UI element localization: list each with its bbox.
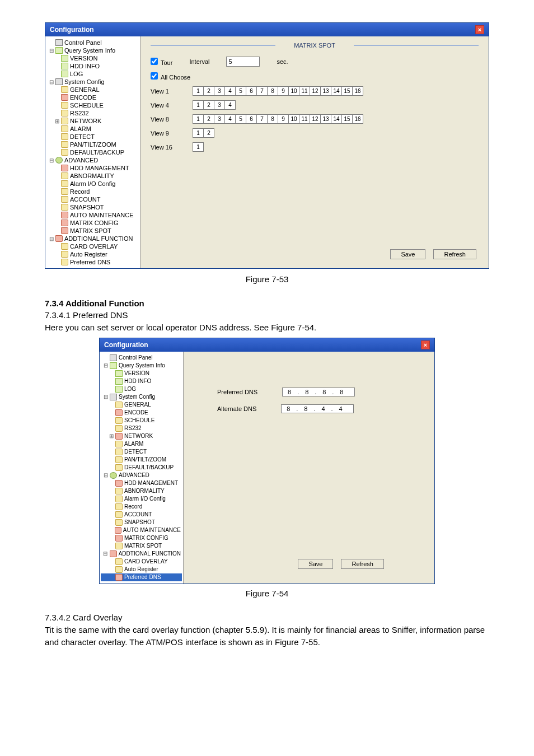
channel-box[interactable]: 12 [310, 86, 321, 96]
tree-item[interactable]: ⊟System Config [46, 78, 139, 86]
expand-icon[interactable]: ⊞ [109, 433, 114, 439]
refresh-button[interactable]: Refresh [433, 249, 476, 259]
tree-item[interactable]: LOG [46, 70, 139, 78]
tree-item[interactable]: Control Panel [46, 39, 139, 46]
channel-box[interactable]: 15 [341, 114, 353, 124]
tree-item[interactable]: Preferred DNS [46, 258, 139, 266]
tour-checkbox[interactable]: Tour [151, 58, 172, 66]
channel-box[interactable]: 4 [224, 86, 236, 96]
refresh-button[interactable]: Refresh [341, 559, 384, 569]
tree-item[interactable]: ⊟ADDTIONAL FUNCTION [101, 550, 182, 558]
close-icon[interactable]: × [475, 25, 484, 34]
tree-item[interactable]: ⊟Query System Info [101, 362, 182, 370]
tree-item[interactable]: ⊞NETWORK [46, 117, 139, 125]
channel-box[interactable]: 13 [320, 86, 331, 96]
channel-box[interactable]: 2 [203, 114, 214, 124]
channel-box[interactable]: 3 [214, 114, 225, 124]
tree-item[interactable]: ENCODE [46, 94, 139, 101]
channel-box[interactable]: 9 [278, 114, 289, 124]
tree-item[interactable]: ACCOUNT [101, 511, 182, 519]
tree-item[interactable]: ⊟ADDTIONAL FUNCTION [46, 235, 139, 242]
channel-box[interactable]: 12 [310, 114, 321, 124]
channel-box[interactable]: 10 [288, 114, 299, 124]
tree-item[interactable]: HDD INFO [101, 377, 182, 385]
tree-item[interactable]: ALARM [46, 125, 139, 133]
tree-item[interactable]: LOG [101, 385, 182, 393]
ip-octet[interactable]: 8 [283, 405, 293, 412]
channel-box[interactable]: 1 [193, 86, 204, 96]
tree-item[interactable]: Auto Register [101, 566, 182, 573]
save-button[interactable]: Save [298, 559, 333, 569]
tree-item[interactable]: VERSION [46, 54, 139, 62]
save-button[interactable]: Save [390, 249, 425, 259]
expand-icon[interactable]: ⊟ [49, 236, 54, 242]
ip-octet[interactable]: 8 [319, 389, 329, 395]
channel-box[interactable]: 4 [224, 114, 236, 124]
tree-item[interactable]: RS232 [46, 109, 139, 117]
close-icon[interactable]: × [421, 340, 430, 349]
tree-item[interactable]: VERSION [101, 370, 182, 377]
tree-item[interactable]: HDD INFO [46, 62, 139, 70]
channel-box[interactable]: 10 [288, 86, 299, 96]
tree-item[interactable]: ⊞NETWORK [101, 432, 182, 440]
tree-item[interactable]: RS232 [101, 424, 182, 432]
channel-box[interactable]: 15 [341, 86, 353, 96]
channel-box[interactable]: 2 [203, 86, 214, 96]
tree-item[interactable]: AUTO MAINTENANCE [46, 211, 139, 219]
channel-box[interactable]: 14 [331, 86, 342, 96]
channel-box[interactable]: 1 [193, 142, 204, 152]
expand-icon[interactable]: ⊟ [49, 48, 54, 54]
tree-item[interactable]: SCHEDULE [101, 417, 182, 424]
expand-icon[interactable]: ⊟ [49, 157, 54, 164]
channel-box[interactable]: 7 [256, 86, 268, 96]
expand-icon[interactable]: ⊟ [103, 362, 108, 368]
tree-item[interactable]: MATRIX SPOT [46, 227, 139, 235]
channel-box[interactable]: 14 [331, 114, 342, 124]
tree-item[interactable]: DEFAULT/BACKUP [101, 464, 182, 472]
tree-item[interactable]: SNAPSHOT [101, 519, 182, 526]
tree-item[interactable]: PAN/TILT/ZOOM [101, 456, 182, 464]
ip-octet[interactable]: 8 [301, 405, 311, 412]
tree-item[interactable]: ⊟System Config [101, 393, 182, 401]
tree-item[interactable]: Control Panel [101, 354, 182, 362]
tree-panel[interactable]: Control Panel⊟Query System InfoVERSIONHD… [45, 36, 140, 268]
interval-input[interactable] [226, 57, 260, 67]
tree-item[interactable]: ENCODE [101, 409, 182, 417]
ip-octet[interactable]: 8 [284, 389, 294, 395]
channel-box[interactable]: 11 [299, 86, 310, 96]
tree-item[interactable]: GENERAL [46, 86, 139, 94]
channel-box[interactable]: 5 [235, 114, 246, 124]
tree-item[interactable]: Alarm I/O Config [46, 180, 139, 188]
tree-item[interactable]: MATRIX SPOT [101, 542, 182, 550]
tree-item[interactable]: DETECT [46, 133, 139, 141]
tree-item[interactable]: Record [46, 188, 139, 195]
tree-item[interactable]: ALARM [101, 440, 182, 448]
channel-box[interactable]: 9 [278, 86, 289, 96]
tree-item[interactable]: MATRIX CONFIG [101, 534, 182, 542]
tree-item[interactable]: GENERAL [101, 401, 182, 409]
preferred-dns-input[interactable]: 8.8.8.8 [282, 388, 355, 396]
channel-box[interactable]: 8 [267, 114, 278, 124]
tree-item[interactable]: CARD OVERLAY [101, 558, 182, 566]
tree-item[interactable]: AUTO MAINTENANCE [101, 526, 182, 534]
ip-octet[interactable]: 4 [336, 405, 346, 412]
channel-box[interactable]: 2 [203, 128, 214, 138]
tree-item[interactable]: ⊟Query System Info [46, 46, 139, 54]
channel-box[interactable]: 3 [214, 86, 225, 96]
ip-octet[interactable]: 8 [302, 389, 312, 395]
expand-icon[interactable]: ⊟ [103, 472, 108, 478]
tree-item[interactable]: ⊟ADVANCED [101, 472, 182, 479]
tree-item[interactable]: DETECT [101, 448, 182, 456]
channel-box[interactable]: 4 [224, 100, 236, 110]
channel-box[interactable]: 16 [352, 86, 363, 96]
channel-box[interactable]: 11 [299, 114, 310, 124]
expand-icon[interactable]: ⊟ [103, 394, 108, 400]
tree-item[interactable]: DEFAULT/BACKUP [46, 148, 139, 156]
tree-item[interactable]: Record [101, 503, 182, 511]
tree-item[interactable]: HDD MANAGEMENT [101, 479, 182, 487]
tree-item[interactable]: SCHEDULE [46, 101, 139, 109]
tree-item[interactable]: ABNORMALITY [46, 172, 139, 180]
channel-box[interactable]: 2 [203, 100, 214, 110]
channel-box[interactable]: 16 [352, 114, 363, 124]
tree-panel[interactable]: Control Panel⊟Query System InfoVERSIONHD… [100, 352, 184, 584]
